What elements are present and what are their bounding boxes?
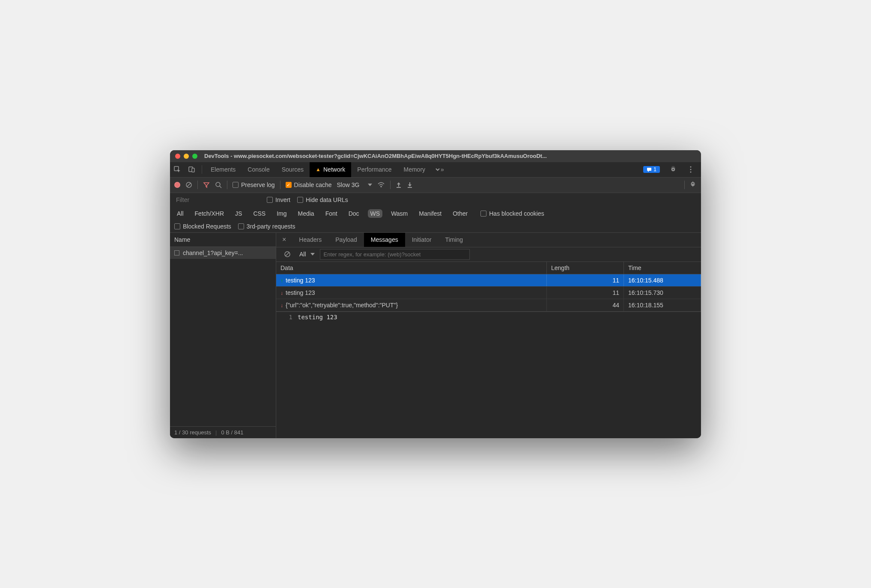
blocked-requests-checkbox[interactable]: Blocked Requests	[174, 223, 231, 230]
warning-icon: ▲	[316, 166, 321, 172]
type-filter-manifest[interactable]: Manifest	[416, 209, 444, 218]
tab-console[interactable]: Console	[242, 162, 275, 177]
message-row[interactable]: ↓testing 1231116:10:15.730	[276, 287, 701, 299]
type-filter-all[interactable]: All	[174, 209, 186, 218]
message-data: testing 123	[286, 277, 315, 284]
type-filter-fetch-xhr[interactable]: Fetch/XHR	[192, 209, 227, 218]
detail-tabs: × HeadersPayloadMessagesInitiatorTiming	[276, 233, 701, 247]
filter-icon[interactable]	[203, 178, 210, 193]
filter-input[interactable]	[174, 196, 260, 204]
search-icon[interactable]	[215, 178, 222, 193]
disable-cache-checkbox[interactable]: ✓Disable cache	[286, 181, 332, 188]
detail-tab-initiator[interactable]: Initiator	[405, 233, 438, 247]
tab-memory[interactable]: Memory	[398, 162, 432, 177]
gear-icon[interactable]	[666, 166, 680, 173]
wifi-icon[interactable]	[377, 178, 385, 193]
column-length[interactable]: Length	[547, 262, 624, 274]
type-filter-img[interactable]: Img	[274, 209, 289, 218]
invert-label: Invert	[275, 196, 290, 203]
svg-point-11	[381, 186, 382, 187]
direction-down-icon: ↓	[280, 290, 283, 296]
maximize-window-button[interactable]	[192, 154, 197, 159]
svg-point-4	[690, 166, 692, 168]
clear-log-icon[interactable]	[185, 178, 192, 193]
message-row[interactable]: ↑testing 1231116:10:15.488	[276, 274, 701, 287]
svg-line-10	[220, 186, 221, 188]
window-title: DevTools - www.piesocket.com/websocket-t…	[204, 153, 547, 159]
type-filter-other[interactable]: Other	[450, 209, 470, 218]
type-filter-ws[interactable]: WS	[368, 209, 383, 218]
transfer-size: 0 B / 841	[221, 429, 243, 436]
tab-performance[interactable]: Performance	[351, 162, 397, 177]
main-tabs-right: 1	[643, 166, 701, 173]
messages-rows: ↑testing 1231116:10:15.488↓testing 12311…	[276, 274, 701, 312]
message-direction-filter[interactable]: All	[299, 251, 315, 258]
separator	[227, 181, 227, 189]
type-filter-media[interactable]: Media	[295, 209, 317, 218]
throttling-value: Slow 3G	[337, 181, 360, 188]
network-settings-gear-icon[interactable]	[689, 181, 697, 189]
type-filter-js[interactable]: JS	[233, 209, 245, 218]
preserve-log-checkbox[interactable]: Preserve log	[233, 181, 275, 188]
minimize-window-button[interactable]	[184, 154, 189, 159]
kebab-menu-icon[interactable]	[686, 166, 695, 173]
message-time: 16:10:18.155	[624, 299, 701, 311]
invert-checkbox[interactable]: Invert	[267, 196, 290, 203]
separator	[684, 181, 685, 189]
device-toolbar-icon[interactable]	[185, 162, 199, 177]
svg-line-16	[286, 252, 289, 256]
preserve-log-label: Preserve log	[241, 181, 275, 188]
regex-filter-input[interactable]	[320, 249, 470, 260]
issues-badge[interactable]: 1	[643, 166, 660, 173]
message-time: 16:10:15.488	[624, 274, 701, 286]
tab-sources[interactable]: Sources	[276, 162, 310, 177]
chevron-down-icon	[310, 253, 315, 255]
main-tabs: ElementsConsoleSources▲NetworkPerformanc…	[170, 162, 701, 178]
filter-bar: Invert Hide data URLs AllFetch/XHRJSCSSI…	[170, 193, 701, 233]
third-party-label: 3rd-party requests	[247, 223, 295, 230]
type-filter-wasm[interactable]: Wasm	[388, 209, 410, 218]
detail-tab-messages[interactable]: Messages	[364, 233, 405, 247]
main-tabs-left: ElementsConsoleSources▲NetworkPerformanc…	[170, 162, 447, 177]
third-party-requests-checkbox[interactable]: 3rd-party requests	[238, 223, 295, 230]
throttling-dropdown[interactable]: Slow 3G	[337, 181, 373, 188]
column-time[interactable]: Time	[624, 262, 701, 274]
message-preview: 1 testing 123	[276, 312, 701, 438]
tab-elements[interactable]: Elements	[205, 162, 242, 177]
tab-network[interactable]: ▲Network	[310, 162, 351, 177]
type-filter-css[interactable]: CSS	[251, 209, 268, 218]
network-toolbar: Preserve log ✓Disable cache Slow 3G	[170, 178, 701, 193]
record-button[interactable]	[174, 182, 180, 188]
download-har-icon[interactable]	[407, 178, 413, 193]
separator	[280, 181, 280, 189]
type-filter-doc[interactable]: Doc	[346, 209, 362, 218]
ws-icon	[174, 250, 179, 255]
blocked-requests-label: Blocked Requests	[183, 223, 231, 230]
message-length: 11	[547, 274, 624, 286]
column-data[interactable]: Data	[276, 262, 547, 274]
upload-har-icon[interactable]	[396, 178, 402, 193]
separator	[202, 165, 202, 174]
detail-tab-headers[interactable]: Headers	[292, 233, 328, 247]
hide-data-urls-label: Hide data URLs	[306, 196, 348, 203]
has-blocked-cookies-checkbox[interactable]: Has blocked cookies	[480, 210, 544, 217]
type-filter-font[interactable]: Font	[323, 209, 340, 218]
svg-rect-2	[192, 168, 194, 172]
inspect-element-icon[interactable]	[170, 162, 185, 177]
close-detail-icon[interactable]: ×	[276, 236, 292, 244]
message-data: testing 123	[286, 289, 315, 296]
svg-rect-3	[647, 168, 651, 171]
messages-toolbar: All	[276, 247, 701, 262]
detail-tab-timing[interactable]: Timing	[438, 233, 470, 247]
more-tabs-icon[interactable]: »	[431, 162, 447, 177]
message-row[interactable]: ↓{"url":"ok","retryable":true,"method":"…	[276, 299, 701, 312]
close-window-button[interactable]	[175, 154, 180, 159]
detail-tab-payload[interactable]: Payload	[328, 233, 364, 247]
svg-rect-12	[397, 187, 401, 188]
messages-table: Data Length Time ↑testing 1231116:10:15.…	[276, 262, 701, 312]
requests-sidebar: Name channel_1?api_key=... 1 / 30 reques…	[170, 233, 276, 438]
hide-data-urls-checkbox[interactable]: Hide data URLs	[297, 196, 348, 203]
request-item[interactable]: channel_1?api_key=...	[170, 247, 276, 259]
svg-rect-13	[408, 187, 412, 188]
clear-messages-icon[interactable]	[280, 247, 294, 261]
